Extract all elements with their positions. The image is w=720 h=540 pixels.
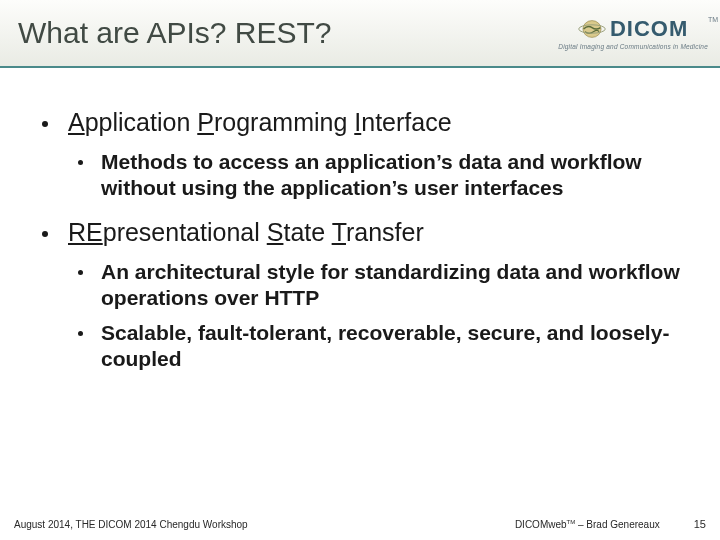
logo-text: DICOM [610, 16, 688, 42]
bullet-api-text: Application Programming Interface [68, 108, 452, 137]
footer-brand-block: DICOMwebTM – Brad Genereaux [515, 519, 660, 530]
bullet-rest-sub1: An architectural style for standardizing… [36, 259, 684, 310]
dicom-logo: TM DICOM Digital Imaging and Communicati… [558, 16, 708, 50]
footer-right: DICOMwebTM – Brad Genereaux 15 [515, 518, 706, 530]
bullet-dot [42, 231, 48, 237]
footer-tm: TM [567, 519, 576, 525]
page-number: 15 [694, 518, 706, 530]
bullet-dot [78, 160, 83, 165]
logo-line: DICOM [578, 16, 688, 42]
slide-header: What are APIs? REST? TM DICOM Digital Im… [0, 0, 720, 68]
bullet-dot [42, 121, 48, 127]
globe-icon [578, 19, 606, 39]
slide-body: Application Programming Interface Method… [0, 68, 720, 372]
bullet-rest: REpresentational State Transfer [36, 218, 684, 247]
bullet-api: Application Programming Interface [36, 108, 684, 137]
tm-mark: TM [708, 16, 718, 23]
slide-footer: August 2014, THE DICOM 2014 Chengdu Work… [0, 518, 720, 530]
footer-left: August 2014, THE DICOM 2014 Chengdu Work… [14, 519, 248, 530]
logo-tagline: Digital Imaging and Communications in Me… [558, 43, 708, 50]
slide-title: What are APIs? REST? [18, 16, 331, 50]
bullet-dot [78, 270, 83, 275]
footer-author: – Brad Genereaux [575, 519, 660, 530]
bullet-rest-sub2: Scalable, fault-tolerant, recoverable, s… [36, 320, 684, 371]
bullet-api-sub1: Methods to access an application’s data … [36, 149, 684, 200]
footer-brand: DICOMweb [515, 519, 567, 530]
bullet-rest-text: REpresentational State Transfer [68, 218, 424, 247]
bullet-dot [78, 331, 83, 336]
